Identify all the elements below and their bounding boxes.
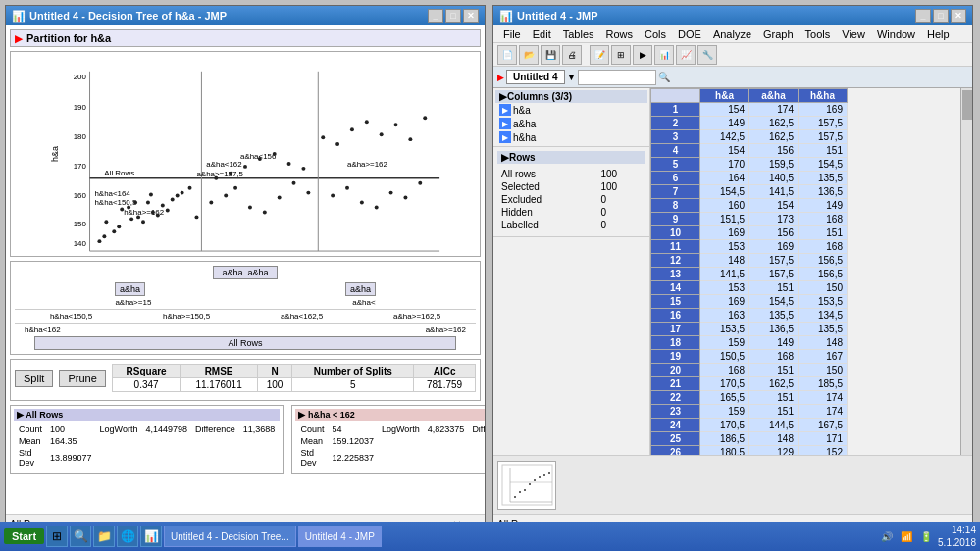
scrollbar-vertical[interactable] <box>960 88 972 455</box>
table-row: 4154156151 <box>651 144 848 158</box>
network-icon[interactable]: 📶 <box>899 528 914 544</box>
menu-cols[interactable]: Cols <box>639 27 672 41</box>
row-number: 23 <box>651 405 700 419</box>
svg-point-37 <box>194 215 198 219</box>
rows-header[interactable]: ▶ Rows <box>497 151 645 164</box>
tab-arrow[interactable]: ▼ <box>567 72 577 82</box>
tb-new[interactable]: 📄 <box>497 45 517 65</box>
start-button[interactable]: Start <box>4 528 44 544</box>
split-button[interactable]: Split <box>15 370 53 387</box>
taskbar-icon-5[interactable]: 📊 <box>140 526 162 547</box>
cell-2: 185,5 <box>799 377 848 391</box>
cell-2: 156,5 <box>799 254 848 268</box>
cell-0: 153,5 <box>700 323 749 336</box>
cell-2: 150 <box>799 364 848 377</box>
svg-point-22 <box>151 210 155 214</box>
svg-text:a&ha>=157,5: a&ha>=157,5 <box>196 170 243 178</box>
minimize-btn[interactable]: _ <box>428 9 443 23</box>
tb-save[interactable]: 💾 <box>541 45 560 65</box>
menu-doe[interactable]: DOE <box>672 27 707 41</box>
svg-text:170: 170 <box>74 162 87 171</box>
col-item-hha[interactable]: ▶ h&ha <box>495 130 647 144</box>
cell-0: 165,5 <box>700 391 749 405</box>
taskbar-icon-4[interactable]: 🌐 <box>117 526 138 547</box>
left-controls[interactable]: _ □ ✕ <box>428 9 479 23</box>
prune-button[interactable]: Prune <box>59 370 105 387</box>
tb-run[interactable]: ▶ <box>633 45 652 65</box>
svg-point-59 <box>408 137 412 141</box>
r-close-btn[interactable]: ✕ <box>951 9 966 23</box>
search-icon[interactable]: 🔍 <box>658 72 670 82</box>
col-header-ha[interactable]: h&a <box>700 89 749 103</box>
row-number: 25 <box>651 432 700 446</box>
cell-0: 170,5 <box>700 377 749 391</box>
menu-graph[interactable]: Graph <box>757 27 799 41</box>
svg-point-33 <box>146 201 150 205</box>
battery-icon[interactable]: 🔋 <box>918 528 934 544</box>
tb-data[interactable]: ⊞ <box>611 45 631 65</box>
col-item-aha[interactable]: ▶ a&ha <box>495 117 647 130</box>
taskbar-decision-tree[interactable]: Untitled 4 - Decision Tree... <box>164 526 296 547</box>
diff-val: 11,3688 <box>240 425 279 434</box>
col-label-ha: h&a <box>513 105 531 116</box>
taskbar-icon-2[interactable]: 🔍 <box>70 526 91 547</box>
menu-edit[interactable]: Edit <box>527 27 557 41</box>
right-controls[interactable]: _ □ ✕ <box>915 9 966 23</box>
rows-triangle: ▶ <box>501 152 509 163</box>
menu-rows[interactable]: Rows <box>600 27 640 41</box>
grid-area[interactable]: h&a a&ha h&ha 11541741692149162,5157,531… <box>650 88 972 455</box>
logworth-val: 4,1449798 <box>142 425 190 434</box>
cell-2: 169 <box>799 103 848 117</box>
tb-print[interactable]: 🖨 <box>562 45 582 65</box>
cell-0: 170 <box>700 158 749 172</box>
maximize-btn[interactable]: □ <box>445 9 461 23</box>
col-header-aha[interactable]: a&ha <box>749 89 799 103</box>
cell-1: 154 <box>749 199 799 213</box>
tb-tools[interactable]: 🔧 <box>697 45 717 65</box>
decision-tree-window: 📊 Untitled 4 - Decision Tree of h&a - JM… <box>5 5 486 534</box>
chart-thumbnail[interactable] <box>497 461 556 510</box>
svg-point-67 <box>418 181 422 185</box>
sound-icon[interactable]: 🔊 <box>879 528 895 544</box>
taskbar-icon-1[interactable]: ⊞ <box>46 526 68 547</box>
columns-header[interactable]: ▶ Columns (3/3) <box>495 90 647 103</box>
r-minimize-btn[interactable]: _ <box>915 9 931 23</box>
taskbar-right: 🔊 📶 🔋 14:14 5.1.2018 <box>879 524 976 549</box>
svg-text:160: 160 <box>74 191 87 200</box>
row-number: 5 <box>651 158 700 172</box>
table-row: 8160154149 <box>651 199 848 213</box>
menu-analyze[interactable]: Analyze <box>707 27 757 41</box>
svg-point-63 <box>360 201 364 205</box>
tb-analyze[interactable]: 📊 <box>654 45 674 65</box>
cell-0: 142,5 <box>700 130 749 144</box>
search-input[interactable] <box>578 70 656 85</box>
svg-point-34 <box>166 208 170 212</box>
menu-tools[interactable]: Tools <box>799 27 837 41</box>
menu-window[interactable]: Window <box>871 27 921 41</box>
menu-help[interactable]: Help <box>921 27 955 41</box>
r-maximize-btn[interactable]: □ <box>933 9 949 23</box>
close-btn[interactable]: ✕ <box>463 9 479 23</box>
svg-point-79 <box>529 483 531 485</box>
tree-all-rows-top: a&ha a&ha <box>213 266 277 279</box>
tb-open[interactable]: 📂 <box>519 45 539 65</box>
tab-untitled4[interactable]: Untitled 4 <box>506 70 565 84</box>
col-item-ha[interactable]: ▶ h&a <box>495 103 647 117</box>
hha-table: Count 54 LogWorth 4,823375 Difference 14… <box>295 423 485 470</box>
menu-tables[interactable]: Tables <box>557 27 600 41</box>
excluded-val: 0 <box>598 194 644 205</box>
scrollbar-thumb[interactable] <box>962 90 972 120</box>
menu-file[interactable]: File <box>497 27 527 41</box>
tb-graph[interactable]: 📈 <box>676 45 696 65</box>
svg-point-21 <box>136 215 140 219</box>
col-label-hha: h&ha <box>513 132 536 143</box>
tb-script[interactable]: 📝 <box>590 45 609 65</box>
menu-view[interactable]: View <box>836 27 871 41</box>
svg-point-25 <box>127 205 130 209</box>
col-header-hha[interactable]: h&ha <box>799 89 848 103</box>
svg-point-42 <box>263 210 267 214</box>
clock-time: 14:14 <box>938 524 976 536</box>
y-axis-label: h&a <box>50 146 60 162</box>
taskbar-jmp[interactable]: Untitled 4 - JMP <box>298 526 382 547</box>
taskbar-icon-3[interactable]: 📁 <box>93 526 115 547</box>
